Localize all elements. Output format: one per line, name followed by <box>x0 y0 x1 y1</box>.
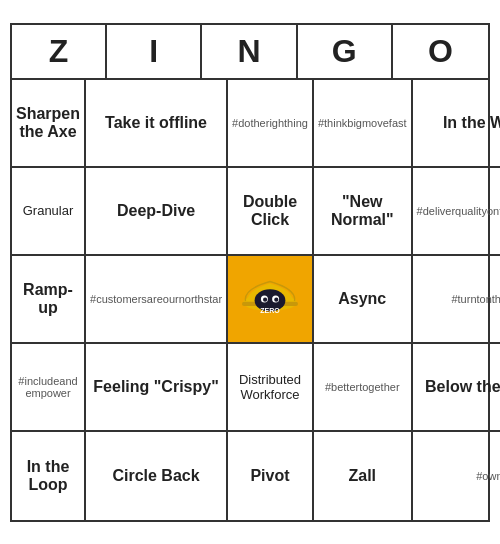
bingo-cell-2[interactable]: #dotherighthing <box>228 80 314 168</box>
bingo-cell-13[interactable]: Async <box>314 256 413 344</box>
bingo-cell-0[interactable]: Sharpen the Axe <box>12 80 86 168</box>
bingo-cell-20[interactable]: In the Loop <box>12 432 86 520</box>
bingo-card: Z I N G O Sharpen the AxeTake it offline… <box>10 23 490 522</box>
bingo-cell-10[interactable]: Ramp-up <box>12 256 86 344</box>
bingo-cell-8[interactable]: "New Normal" <box>314 168 413 256</box>
bingo-grid: Sharpen the AxeTake it offline#dotherigh… <box>12 80 488 520</box>
bingo-cell-4[interactable]: In the Weeds <box>413 80 500 168</box>
bingo-cell-24[interactable]: #ownit <box>413 432 500 520</box>
header-g: G <box>298 25 393 78</box>
svg-point-5 <box>263 297 267 301</box>
header-i: I <box>107 25 202 78</box>
bingo-cell-12[interactable]: ZERO <box>228 256 314 344</box>
bingo-cell-9[interactable]: #deliverqualityontimeeverytime <box>413 168 500 256</box>
header-z: Z <box>12 25 107 78</box>
bingo-cell-22[interactable]: Pivot <box>228 432 314 520</box>
bingo-header: Z I N G O <box>12 25 488 80</box>
bingo-cell-14[interactable]: #turntonthelights <box>413 256 500 344</box>
bingo-cell-16[interactable]: Feeling "Crispy" <box>86 344 228 432</box>
bingo-cell-23[interactable]: Zall <box>314 432 413 520</box>
bingo-cell-5[interactable]: Granular <box>12 168 86 256</box>
bingo-cell-3[interactable]: #thinkbigmovefast <box>314 80 413 168</box>
header-o: O <box>393 25 488 78</box>
bingo-cell-1[interactable]: Take it offline <box>86 80 228 168</box>
header-n: N <box>202 25 297 78</box>
svg-point-6 <box>274 297 278 301</box>
bingo-cell-6[interactable]: Deep-Dive <box>86 168 228 256</box>
bingo-cell-19[interactable]: Below the Cutline <box>413 344 500 432</box>
bingo-cell-7[interactable]: Double Click <box>228 168 314 256</box>
svg-text:ZERO: ZERO <box>260 307 280 314</box>
bingo-cell-17[interactable]: Distributed Workforce <box>228 344 314 432</box>
bingo-cell-21[interactable]: Circle Back <box>86 432 228 520</box>
bingo-cell-11[interactable]: #customersareournorthstar <box>86 256 228 344</box>
bingo-cell-18[interactable]: #bettertogether <box>314 344 413 432</box>
bingo-cell-15[interactable]: #includeand empower <box>12 344 86 432</box>
